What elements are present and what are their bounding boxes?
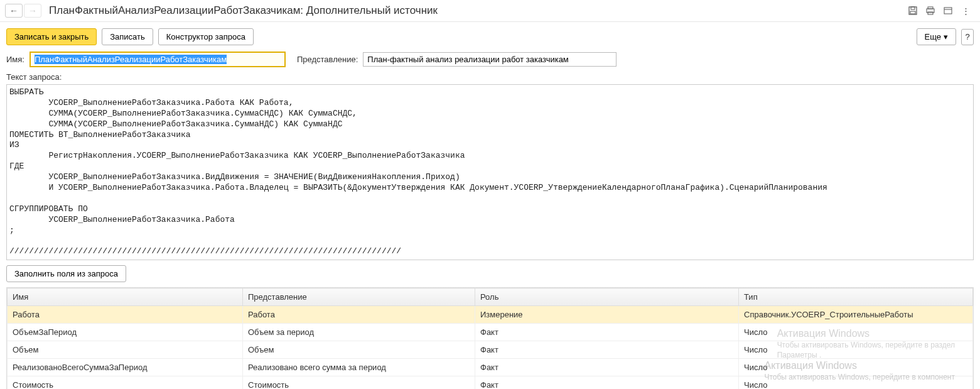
col-header-role[interactable]: Роль (475, 288, 739, 306)
toolbar: Записать и закрыть Записать Конструктор … (0, 22, 980, 50)
table-row[interactable]: ОбъемЗаПериодОбъем за периодФактЧисло (8, 324, 973, 341)
window-icon[interactable] (942, 5, 954, 16)
more-button[interactable]: Еще ▾ (917, 28, 956, 45)
cell-type: Число (739, 341, 973, 359)
more-label: Еще (925, 32, 941, 41)
cell-pres: Стоимость (243, 376, 475, 389)
save-button[interactable]: Записать (102, 28, 153, 45)
table-row[interactable]: СтоимостьСтоимостьФактЧисло (8, 376, 973, 389)
cell-name: Работа (8, 306, 243, 324)
save-close-button[interactable]: Записать и закрыть (6, 28, 97, 45)
cell-role: Факт (475, 341, 739, 359)
save-icon[interactable] (907, 5, 918, 16)
cell-name: Стоимость (8, 376, 243, 389)
svg-rect-1 (911, 7, 915, 9)
form-row-name: Имя: ПланФактныйАнализРеализацииРаботЗак… (0, 50, 980, 71)
cell-pres: Объем за период (243, 324, 475, 341)
fields-table: Имя Представление Роль Тип РаботаРаботаИ… (6, 287, 974, 389)
cell-name: ОбъемЗаПериод (8, 324, 243, 341)
forward-button: → (24, 4, 41, 18)
print-icon[interactable] (925, 5, 936, 16)
cell-role: Факт (475, 324, 739, 341)
query-textarea[interactable]: ВЫБРАТЬ УСОERP_ВыполнениеРаботЗаказчика.… (6, 84, 974, 260)
pres-label: Представление: (297, 55, 358, 64)
cell-pres: Реализовано всего сумма за период (243, 359, 475, 376)
pres-input[interactable] (363, 52, 617, 67)
cell-pres: Объем (243, 341, 475, 359)
svg-rect-2 (910, 11, 915, 14)
cell-name: РеализованоВсегоСуммаЗаПериод (8, 359, 243, 376)
table-row[interactable]: РеализованоВсегоСуммаЗаПериодРеализовано… (8, 359, 973, 376)
cell-role: Измерение (475, 306, 739, 324)
col-header-pres[interactable]: Представление (243, 288, 475, 306)
query-builder-button[interactable]: Конструктор запроса (158, 28, 254, 45)
name-label: Имя: (6, 55, 24, 64)
window-title: ПланФактныйАнализРеализацииРаботЗаказчик… (49, 4, 907, 17)
col-header-name[interactable]: Имя (8, 288, 243, 306)
more-icon[interactable]: ⋮ (960, 5, 971, 16)
table-header-row: Имя Представление Роль Тип (8, 288, 973, 306)
table-row[interactable]: РаботаРаботаИзмерениеСправочник.УСОERP_С… (8, 306, 973, 324)
cell-pres: Работа (243, 306, 475, 324)
svg-rect-6 (944, 8, 952, 14)
cell-type: Справочник.УСОERP_СтроительныеРаботы (739, 306, 973, 324)
fill-fields-button[interactable]: Заполнить поля из запроса (6, 265, 126, 282)
name-input[interactable]: ПланФактныйАнализРеализацииРаботЗаказчик… (30, 52, 286, 67)
title-icons: ⋮ (907, 5, 975, 16)
table-row[interactable]: ОбъемОбъемФактЧисло (8, 341, 973, 359)
cell-type: Число (739, 376, 973, 389)
fill-row: Заполнить поля из запроса (0, 260, 980, 287)
cell-role: Факт (475, 376, 739, 389)
chevron-down-icon: ▾ (944, 32, 948, 41)
query-label: Текст запроса: (0, 71, 980, 84)
titlebar: ← → ПланФактныйАнализРеализацииРаботЗака… (0, 0, 980, 22)
cell-type: Число (739, 324, 973, 341)
col-header-type[interactable]: Тип (739, 288, 973, 306)
cell-type: Число (739, 359, 973, 376)
cell-role: Факт (475, 359, 739, 376)
back-button[interactable]: ← (5, 4, 23, 18)
cell-name: Объем (8, 341, 243, 359)
help-button[interactable]: ? (961, 29, 974, 45)
